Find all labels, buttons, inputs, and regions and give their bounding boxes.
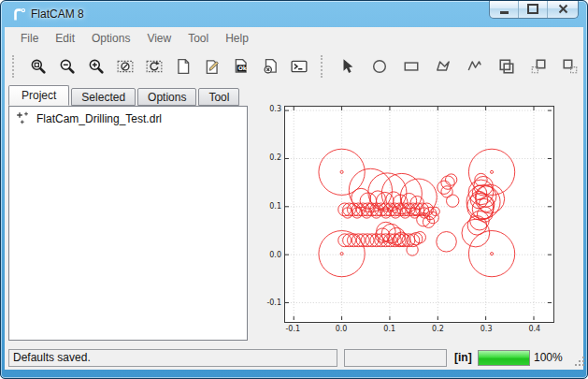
- client-area: File Edit Options View Tool Help: [5, 27, 583, 370]
- new-file-button[interactable]: [168, 52, 197, 80]
- menu-options[interactable]: Options: [83, 29, 138, 48]
- edit-geometry-button[interactable]: [197, 52, 226, 80]
- tab-selected[interactable]: Selected: [71, 88, 136, 106]
- window-controls: [489, 0, 579, 19]
- zoom-in-button[interactable]: [81, 52, 110, 80]
- zoom-in-icon: [88, 58, 105, 75]
- polygon-union-button[interactable]: [491, 52, 523, 80]
- move-shape-icon: [562, 58, 579, 75]
- menu-edit[interactable]: Edit: [47, 29, 83, 48]
- replot-icon: [146, 58, 163, 75]
- progress-percent: 100%: [534, 351, 563, 364]
- geometry-toolbar-group: [313, 51, 586, 81]
- tab-options[interactable]: Options: [137, 88, 196, 106]
- move-shape-button[interactable]: [554, 52, 586, 80]
- menu-help[interactable]: Help: [217, 29, 257, 48]
- close-icon: [558, 4, 568, 14]
- new-file-icon: [175, 58, 192, 75]
- status-secondary-box: [344, 349, 447, 367]
- draw-path-icon: [466, 58, 483, 75]
- resize-grip[interactable]: [574, 357, 585, 368]
- shell-button[interactable]: [284, 52, 313, 80]
- delete-object-icon: [262, 58, 279, 75]
- zoom-out-button[interactable]: [52, 52, 81, 80]
- draw-rectangle-button[interactable]: [395, 52, 427, 80]
- drill-points-icon: [16, 111, 30, 125]
- draw-polygon-icon: [435, 58, 452, 75]
- progress-bar-fill: [479, 351, 529, 365]
- y-tick-label: 0.3: [251, 105, 281, 113]
- select-pointer-button[interactable]: [332, 52, 364, 80]
- y-tick-label: 0.2: [251, 153, 281, 162]
- draw-circle-button[interactable]: [364, 52, 395, 80]
- edit-geometry-icon: [204, 58, 221, 75]
- y-tick-label: 0.1: [251, 202, 281, 211]
- update-geometry-button[interactable]: Ok: [226, 52, 255, 80]
- maximize-icon: [527, 4, 538, 14]
- x-tick-label: 0.2: [423, 325, 452, 333]
- copy-shape-icon: [530, 58, 547, 75]
- update-geometry-icon: Ok: [233, 58, 250, 75]
- x-tick-label: 0.3: [472, 325, 500, 333]
- draw-polygon-button[interactable]: [427, 52, 459, 80]
- replot-button[interactable]: [139, 52, 168, 80]
- menu-tool[interactable]: Tool: [179, 29, 217, 48]
- copy-shape-button[interactable]: [523, 52, 554, 80]
- toolbar-drag-handle[interactable]: [12, 55, 17, 78]
- menu-view[interactable]: View: [138, 29, 179, 48]
- x-tick-label: -0.1: [279, 325, 307, 333]
- zoom-fit-button[interactable]: [23, 52, 52, 80]
- toolbar: Ok: [5, 50, 583, 83]
- file-toolbar-group: Ok: [5, 51, 313, 81]
- minimize-button[interactable]: [490, 0, 519, 18]
- select-pointer-icon: [339, 58, 356, 75]
- project-tree-panel[interactable]: FlatCam_Drilling_Test.drl: [8, 106, 248, 341]
- draw-path-button[interactable]: [459, 52, 491, 80]
- minimize-icon: [500, 11, 509, 14]
- svg-text:Ok: Ok: [237, 65, 247, 71]
- shell-icon: [291, 58, 308, 75]
- x-tick-label: 0.4: [521, 325, 549, 333]
- units-toggle[interactable]: [in]: [454, 351, 472, 364]
- polygon-union-icon: [498, 58, 515, 75]
- zoom-fit-icon: [30, 58, 47, 75]
- progress-bar: [478, 350, 530, 366]
- y-tick-label: -0.1: [251, 299, 281, 307]
- flatcam-logo-icon: [11, 7, 27, 22]
- titlebar[interactable]: FlatCAM 8: [1, 1, 587, 27]
- panel-tabs: Project Selected Options Tool: [8, 86, 241, 106]
- tree-item-label: FlatCam_Drilling_Test.drl: [36, 112, 162, 125]
- y-tick-label: 0.0: [251, 251, 281, 259]
- status-message-box: Defaults saved.: [8, 349, 337, 367]
- status-message: Defaults saved.: [13, 351, 91, 364]
- x-tick-label: 0.0: [327, 325, 355, 333]
- draw-circle-icon: [371, 58, 388, 75]
- toolbar-drag-handle[interactable]: [321, 55, 325, 78]
- zoom-out-icon: [59, 58, 76, 75]
- flatcam-window: FlatCAM 8 File Edit Options View Tool He…: [0, 0, 588, 379]
- tree-item-drill-file[interactable]: FlatCam_Drilling_Test.drl: [9, 107, 247, 125]
- clear-plot-button[interactable]: [110, 52, 139, 80]
- draw-rectangle-icon: [403, 58, 420, 75]
- window-title: FlatCAM 8: [31, 7, 84, 21]
- tab-tool[interactable]: Tool: [198, 88, 239, 106]
- tab-project[interactable]: Project: [8, 85, 69, 106]
- close-button[interactable]: [548, 0, 578, 18]
- delete-object-button[interactable]: [255, 52, 284, 80]
- plot-svg: [285, 107, 552, 320]
- clear-plot-icon: [117, 58, 134, 75]
- menubar: File Edit Options View Tool Help: [5, 27, 583, 49]
- menu-file[interactable]: File: [12, 29, 47, 48]
- x-tick-label: 0.1: [376, 325, 404, 333]
- maximize-button[interactable]: [519, 0, 548, 18]
- plot-canvas[interactable]: [284, 106, 554, 323]
